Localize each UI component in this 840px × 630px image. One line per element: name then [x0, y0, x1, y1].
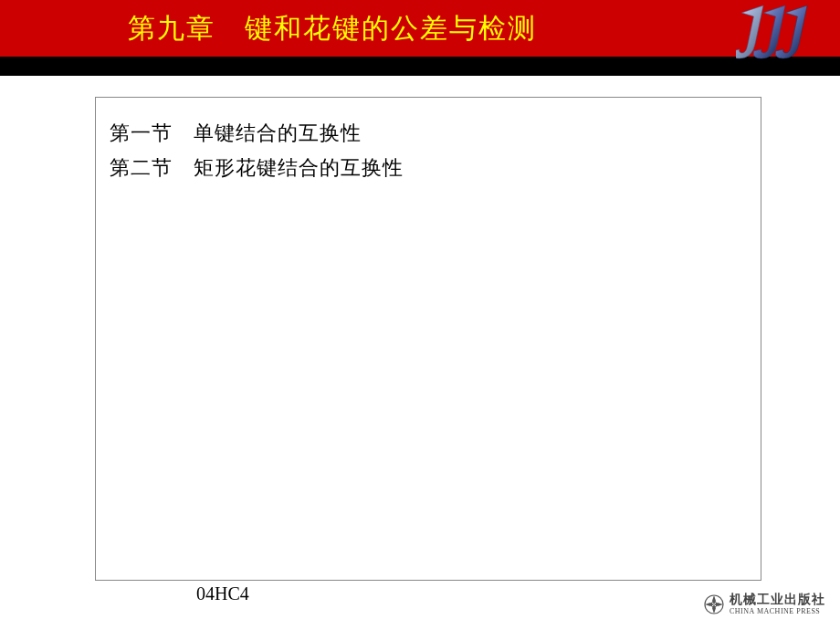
section-2-text: 第二节 矩形花键结合的互换性 [110, 151, 747, 185]
header-black-bar [0, 57, 840, 76]
chapter-title: 第九章 键和花键的公差与检测 [128, 10, 537, 47]
publisher-logo-icon [704, 594, 724, 614]
publisher-block: 机械工业出版社 CHINA MACHINE PRESS [704, 593, 825, 615]
publisher-text: 机械工业出版社 CHINA MACHINE PRESS [730, 593, 825, 615]
publisher-name-en: CHINA MACHINE PRESS [730, 608, 825, 615]
jjj-logo-icon [736, 2, 824, 73]
header-red-bar: 第九章 键和花键的公差与检测 [0, 0, 840, 57]
footer-code: 04HC4 [196, 583, 249, 604]
content-frame: 第一节 单键结合的互换性 第二节 矩形花键结合的互换性 [95, 97, 761, 581]
section-1-text: 第一节 单键结合的互换性 [110, 116, 747, 151]
publisher-name-cn: 机械工业出版社 [730, 593, 825, 606]
